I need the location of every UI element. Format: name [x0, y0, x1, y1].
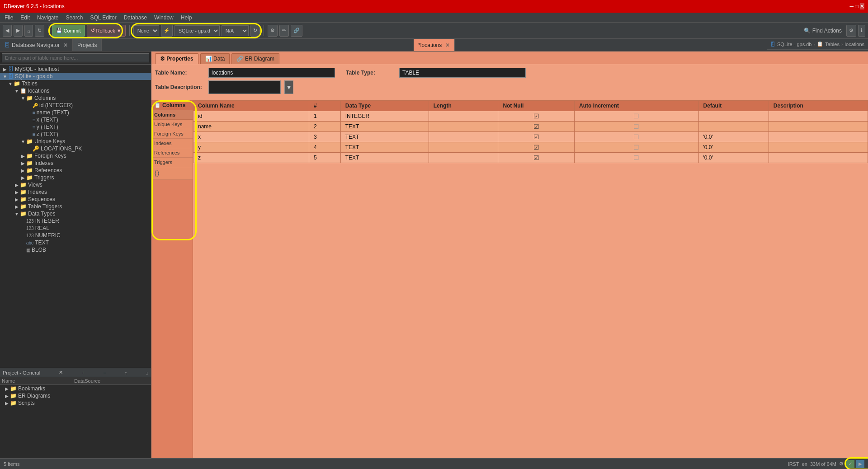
tree-item-unique-keys[interactable]: ▼ 📁 Unique Keys: [0, 138, 151, 145]
find-actions-button[interactable]: 🔍 Find Actions: [804, 28, 842, 34]
toolbar-link-btn[interactable]: 🔗: [291, 25, 302, 37]
menu-search[interactable]: Search: [63, 14, 85, 22]
tab-locations[interactable]: *locations ✕: [414, 39, 455, 51]
tree-item-col-x[interactable]: ≡ x (TEXT): [0, 116, 151, 123]
connection-btn[interactable]: ⚡: [161, 25, 173, 37]
db-select[interactable]: SQLite - gps.db: [175, 25, 220, 36]
tab-properties[interactable]: ⚙ Properties: [155, 53, 198, 64]
close-btn[interactable]: ✕: [860, 3, 864, 9]
toolbar-forward-btn[interactable]: ▶: [14, 25, 23, 37]
col-nav-triggers[interactable]: Triggers: [151, 158, 193, 167]
menu-navigate[interactable]: Navigate: [34, 14, 61, 22]
tree-item-dt-integer[interactable]: 123 INTEGER: [0, 217, 151, 225]
tree-item-tables[interactable]: ▼ 📁 Tables: [0, 80, 151, 87]
menu-file[interactable]: File: [2, 14, 16, 22]
project-remove[interactable]: −: [103, 370, 106, 375]
status-icon-1[interactable]: ✓: [846, 460, 854, 468]
tab-db-navigator[interactable]: 🗄 Database Navigator ✕: [0, 39, 73, 51]
search-input[interactable]: [2, 53, 149, 62]
properties-form: Table Name: Table Type: Table Descriptio…: [151, 64, 868, 100]
status-icon-2[interactable]: ▶: [856, 460, 864, 468]
menu-edit[interactable]: Edit: [18, 14, 33, 22]
items-label: 5 items: [4, 461, 19, 467]
tree-item-bookmarks[interactable]: ▶ 📁 Bookmarks: [0, 385, 151, 392]
cell-col-name: z: [193, 153, 309, 163]
tree-item-dt-real[interactable]: 123 REAL: [0, 225, 151, 232]
tree-item-table-triggers[interactable]: ▶ 📁 Table Triggers: [0, 203, 151, 210]
connection-refresh-btn[interactable]: ↻: [250, 25, 260, 37]
cell-length: [429, 122, 498, 132]
tree-item-triggers[interactable]: ▶ 📁 Triggers: [0, 174, 151, 181]
tree-item-col-y[interactable]: ≡ y (TEXT): [0, 123, 151, 131]
dt-numeric-icon: 123: [26, 233, 34, 238]
tree-item-er-diagrams[interactable]: ▶ 📁 ER Diagrams: [0, 392, 151, 399]
columns-folder-icon: 📁: [26, 95, 33, 101]
commit-button[interactable]: 💾 Commit: [52, 25, 85, 37]
tree-item-references[interactable]: ▶ 📁 References: [0, 167, 151, 174]
desc-expand-btn[interactable]: ▼: [284, 80, 293, 94]
project-up[interactable]: ↑: [125, 370, 127, 375]
tree-item-dt-numeric[interactable]: 123 NUMERIC: [0, 232, 151, 239]
col-nav-indexes[interactable]: Indexes: [151, 139, 193, 148]
tree-item-dt-blob[interactable]: ▦ BLOB: [0, 246, 151, 253]
tree-item-mysql[interactable]: ▶ 🗄 MySQL - localhost: [0, 66, 151, 73]
cell-auto-inc: ☐: [575, 122, 698, 132]
menu-window[interactable]: Window: [151, 14, 176, 22]
tab-projects[interactable]: Projects: [73, 39, 102, 51]
tab-er[interactable]: 🔗 ER Diagram: [231, 53, 279, 64]
toolbar-filter-btn[interactable]: ⚙: [268, 25, 278, 37]
project-add[interactable]: +: [82, 370, 85, 375]
tab-close-db-nav[interactable]: ✕: [63, 42, 68, 48]
tree-item-locations[interactable]: ▼ 📋 locations: [0, 87, 151, 94]
memory-label: 33M of 64M: [810, 461, 836, 467]
tree-item-sequences[interactable]: ▶ 📁 Sequences: [0, 196, 151, 203]
cell-length: [429, 111, 498, 122]
maximize-btn[interactable]: □: [855, 3, 858, 9]
tree-item-indexes-top[interactable]: ▶ 📁 Indexes: [0, 188, 151, 196]
menu-sqleditor[interactable]: SQL Editor: [87, 14, 119, 22]
col-nav-references[interactable]: References: [151, 148, 193, 158]
title-bar: DBeaver 6.2.5 - locations ─ □ ✕: [0, 0, 868, 13]
col-nav-foreign-keys[interactable]: Foreign Keys: [151, 129, 193, 139]
table-name-input[interactable]: [208, 68, 335, 78]
project-close[interactable]: ✕: [59, 370, 63, 375]
cell-num: 4: [309, 142, 341, 153]
project-down[interactable]: ↓: [146, 370, 148, 375]
tree-item-col-id[interactable]: 🔑 id (INTEGER): [0, 102, 151, 109]
tree-item-col-name[interactable]: ≡ name (TEXT): [0, 109, 151, 116]
table-desc-input[interactable]: [208, 80, 281, 94]
toolbar-back-btn[interactable]: ◀: [3, 25, 12, 37]
col-nav-unique-keys[interactable]: Unique Keys: [151, 120, 193, 129]
tree-item-data-types[interactable]: ▼ 📁 Data Types: [0, 210, 151, 217]
col-nav-extra[interactable]: ⟨⟩: [151, 167, 193, 180]
tree-item-sqlite[interactable]: ▼ 🗄 SQLite - gps.db: [0, 73, 151, 80]
tables-folder-icon: 📁: [14, 80, 20, 87]
tree-item-locations-pk[interactable]: 🔑 LOCATIONS_PK: [0, 145, 151, 152]
toolbar-refresh-btn[interactable]: ↻: [35, 25, 44, 37]
table-row: y 4 TEXT ☑ ☐ '0.0': [193, 142, 868, 153]
breadcrumb-locations: locations: [845, 42, 864, 47]
tree-item-col-z[interactable]: ≡ z (TEXT): [0, 131, 151, 138]
tree-item-columns[interactable]: ▼ 📁 Columns: [0, 94, 151, 102]
tree-item-indexes-loc[interactable]: ▶ 📁 Indexes: [0, 159, 151, 167]
menu-database[interactable]: Database: [121, 14, 150, 22]
cell-length: [429, 142, 498, 153]
minimize-btn[interactable]: ─: [850, 3, 854, 9]
toolbar-edit-btn[interactable]: ✏: [279, 25, 289, 37]
tab-data[interactable]: 📊 Data: [200, 53, 230, 64]
table-type-input[interactable]: [399, 68, 526, 78]
col-nav-columns[interactable]: Columns: [151, 110, 193, 120]
tree-item-dt-text[interactable]: abc TEXT: [0, 239, 151, 246]
tree-item-foreign-keys[interactable]: ▶ 📁 Foreign Keys: [0, 152, 151, 159]
tree-item-scripts[interactable]: ▶ 📁 Scripts: [0, 399, 151, 407]
toolbar-info-btn[interactable]: ℹ: [858, 25, 865, 37]
schema-select[interactable]: N/A: [222, 25, 249, 36]
toolbar-home-btn[interactable]: ⌂: [24, 25, 33, 37]
menu-bar: File Edit Navigate Search SQL Editor Dat…: [0, 13, 868, 23]
tree-item-views[interactable]: ▶ 📁 Views: [0, 181, 151, 188]
toolbar-settings-btn[interactable]: ⚙: [846, 25, 856, 37]
menu-help[interactable]: Help: [178, 14, 195, 22]
transaction-select[interactable]: None: [133, 25, 159, 36]
rollback-button[interactable]: ↺ Rollback ▼: [87, 25, 126, 37]
tab-close-locations[interactable]: ✕: [445, 42, 450, 48]
